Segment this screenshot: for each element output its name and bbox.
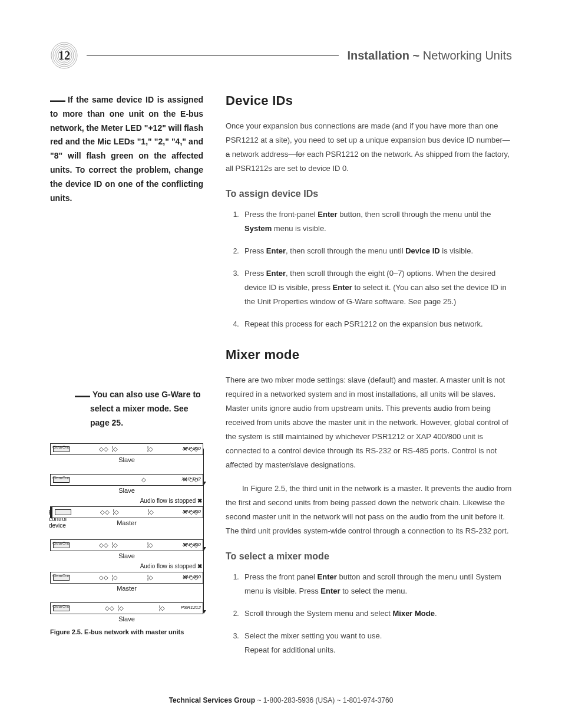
header-rule <box>87 55 339 56</box>
audio-stopped-2: Audio flow is stopped ✖ <box>50 563 203 569</box>
page-number-badge: 12 <box>50 41 78 70</box>
audio-stopped-1: Audio flow is stopped ✖ <box>50 498 203 504</box>
unit-row: ClearOne ◇◇¦◇ ¦◇ ✕◇◇ XAP 800 <box>50 443 203 455</box>
step: Scroll through the System menu and selec… <box>241 607 512 621</box>
steps-select-mixer-mode: Press the front panel Enter button and s… <box>226 570 512 657</box>
unit-label: Slave <box>50 456 203 463</box>
unit-row: ClearOne ◇◇¦◇ ¦◇ PSR1212 <box>50 602 203 614</box>
unit-row: ◇◇¦◇ ¦◇ ✕◇◇ XAP 800 <box>50 506 203 518</box>
unit-row: ClearOne ◇◇¦◇ ¦◇ ✕◇◇ XAP 800 <box>50 572 203 584</box>
margin-note-1-text: If the same device ID is assigned to mor… <box>50 95 203 203</box>
heading-assign-device-ids: To assign device IDs <box>226 189 512 199</box>
header-sep: ~ <box>409 49 423 62</box>
step: Repeat this process for each PSR1212 on … <box>241 317 512 331</box>
margin-note-device-id: —If the same device ID is assigned to mo… <box>50 93 203 205</box>
footer-phones: ~ 1-800-283-5936 (USA) ~ 1-801-974-3760 <box>255 696 393 704</box>
note-dash-icon: — <box>75 387 92 404</box>
unit-label: Slave <box>50 615 203 622</box>
step: Press the front panel Enter button and s… <box>241 570 512 598</box>
unit-label: Master <box>50 519 203 526</box>
step: Press the front-panel Enter button, then… <box>241 207 512 236</box>
unit-label: Master <box>50 585 203 592</box>
heading-device-ids: Device IDs <box>226 93 512 108</box>
device-ids-intro: Once your expansion bus connections are … <box>226 119 512 176</box>
ebus-diagram: RS-232 control device ClearOne ◇◇¦◇ ¦◇ ✕… <box>50 443 203 622</box>
margin-note-gware: —You can also use G-Ware to select a mix… <box>50 388 203 430</box>
header-light: Networking Units <box>423 49 512 62</box>
footer-group: Technical Services Group <box>169 696 256 704</box>
heading-mixer-mode: Mixer mode <box>226 347 512 363</box>
step: Select the mixer setting you want to use… <box>241 629 512 657</box>
figure-2-5: RS-232 control device ClearOne ◇◇¦◇ ¦◇ ✕… <box>50 443 203 635</box>
note-dash-icon: — <box>50 91 68 109</box>
figure-caption: Figure 2.5. E-bus network with master un… <box>50 628 203 635</box>
header-strong: Installation <box>347 49 409 62</box>
mixer-mode-p1: There are two mixer mode settings: slave… <box>226 373 512 472</box>
heading-select-mixer-mode: To select a mixer mode <box>226 551 512 562</box>
page-header: 12 Installation ~ Networking Units <box>50 41 512 70</box>
section-breadcrumb: Installation ~ Networking Units <box>347 49 512 62</box>
unit-row: ClearOne ◇✕◇◇ XAP TH2 <box>50 474 203 486</box>
unit-row: ClearOne ◇◇¦◇ ¦◇ ✕◇◇ XAP 800 <box>50 539 203 551</box>
unit-label: Slave <box>50 487 203 494</box>
page-number: 12 <box>50 41 78 70</box>
step: Press Enter, then scroll through the eig… <box>241 266 512 309</box>
steps-assign-device-ids: Press the front-panel Enter button, then… <box>226 207 512 331</box>
page-footer: Technical Services Group ~ 1-800-283-593… <box>0 696 562 704</box>
unit-label: Slave <box>50 552 203 559</box>
margin-note-2-text: You can also use G-Ware to select a mixe… <box>90 390 201 427</box>
mixer-mode-p2: In Figure 2.5, the third unit in the net… <box>226 482 512 538</box>
step: Press Enter, then scroll through the men… <box>241 244 512 258</box>
